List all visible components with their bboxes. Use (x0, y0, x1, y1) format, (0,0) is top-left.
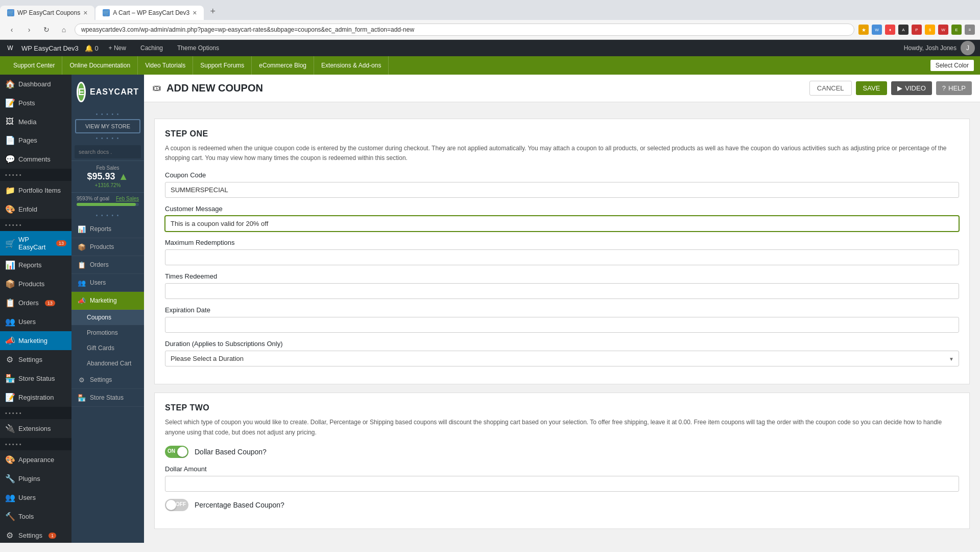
form-wrap: STEP ONE A coupon is redeemed when the u… (144, 110, 980, 543)
expiration-date-input[interactable] (165, 317, 959, 333)
wp-menu-dashboard[interactable]: 🏠 Dashboard (0, 75, 71, 94)
online-docs-link[interactable]: Online Documentation (62, 56, 138, 75)
easycart-logo-area: E EASYCART (71, 75, 144, 109)
extensions-link[interactable]: Extensions & Add-ons (314, 56, 389, 75)
ec-nav-products[interactable]: 📦 Products (71, 238, 144, 256)
wp-menu-settings[interactable]: ⚙ Settings (0, 350, 71, 369)
ec-nav-store-status[interactable]: 🏪 Store Status (71, 389, 144, 407)
video-button[interactable]: ▶ VIDEO (891, 81, 931, 95)
home-button[interactable]: ⌂ (57, 23, 70, 36)
ext-icon-4[interactable]: P (912, 25, 922, 35)
notification-count[interactable]: 🔔 0 (85, 44, 99, 52)
wp-menu-easycart[interactable]: 🛒 WP EasyCart 13 (0, 231, 71, 256)
coupon-code-input[interactable] (165, 182, 959, 198)
wp-menu-posts[interactable]: 📝 Posts (0, 94, 71, 112)
browser-tab-2[interactable]: 🛒 A Cart – WP EasyCart Dev3 × (95, 6, 204, 20)
browser-tab-1[interactable]: 🛒 WP EasyCart Coupons × (0, 6, 94, 20)
ec-nav-settings[interactable]: ⚙ Settings (71, 371, 144, 389)
wp-menu-enfold[interactable]: 🎨 Enfold (0, 200, 71, 219)
ext-icon-7[interactable]: E (951, 25, 962, 35)
sidebar-separator-2: • • • • • (0, 219, 71, 231)
site-name[interactable]: WP EasyCart Dev3 (21, 44, 79, 52)
ext-icon-8[interactable]: ≡ (965, 25, 975, 35)
max-redemptions-input[interactable] (165, 249, 959, 265)
ecommerce-blog-link[interactable]: eCommerce Blog (252, 56, 314, 75)
wp-menu-comments[interactable]: 💬 Comments (0, 150, 71, 169)
ext-icon-3[interactable]: A (898, 25, 909, 35)
ec-sub-promotions[interactable]: Promotions (71, 325, 144, 340)
feb-sales-link[interactable]: Feb Sales (116, 196, 139, 201)
help-button[interactable]: ? HELP (936, 81, 972, 95)
wp-menu-registration[interactable]: 📝 Registration (0, 388, 71, 407)
ec-nav-users[interactable]: 👥 Users (71, 274, 144, 292)
ec-nav-marketing[interactable]: 📣 Marketing (71, 292, 144, 310)
tab-2-close[interactable]: × (193, 9, 197, 17)
ec-nav-orders[interactable]: 📋 Orders (71, 256, 144, 274)
save-button[interactable]: SAVE (856, 81, 888, 95)
forward-button[interactable]: › (22, 23, 36, 36)
wp-menu-users-ec[interactable]: 👥 Users (0, 312, 71, 331)
wp-menu-portfolio[interactable]: 📁 Portfolio Items (0, 181, 71, 200)
wp-menu-wp-settings[interactable]: ⚙ Settings 1 (0, 526, 71, 543)
view-my-store-button[interactable]: VIEW MY STORE (75, 119, 140, 133)
search-docs-input[interactable] (79, 149, 144, 155)
page-title-icon: 🎟 (152, 83, 161, 94)
back-button[interactable]: ‹ (5, 23, 18, 36)
coupon-code-field: Coupon Code (165, 171, 959, 198)
wp-menu-appearance[interactable]: 🎨 Appearance (0, 450, 71, 469)
ec-nav-reports[interactable]: 📊 Reports (71, 220, 144, 238)
ec-sub-abandonedcart[interactable]: Abandoned Cart (71, 356, 144, 371)
refresh-button[interactable]: ↻ (40, 23, 53, 36)
wp-menu-extensions[interactable]: 🔌 Extensions (0, 419, 71, 438)
wp-menu-media[interactable]: 🖼 Media (0, 112, 71, 131)
browser-chrome: 🛒 WP EasyCart Coupons × 🛒 A Cart – WP Ea… (0, 0, 980, 40)
support-center-link[interactable]: Support Center (6, 56, 62, 75)
wp-menu-reports[interactable]: 📊 Reports (0, 256, 71, 274)
bookmark-icon[interactable]: ★ (858, 25, 869, 35)
progress-bar-inner (77, 203, 136, 206)
search-docs-area[interactable]: 🔍 (75, 145, 141, 158)
ext-icon-1[interactable]: W (872, 25, 882, 35)
customer-message-input[interactable] (165, 216, 959, 232)
video-icon: ▶ (897, 84, 902, 92)
ec-sub-giftcards[interactable]: Gift Cards (71, 340, 144, 356)
wp-menu-products[interactable]: 📦 Products (0, 274, 71, 293)
theme-options-link[interactable]: Theme Options (173, 44, 223, 52)
times-redeemed-input[interactable] (165, 283, 959, 299)
marketing-label: Marketing (18, 337, 47, 344)
settings-icon: ⚙ (5, 355, 14, 364)
dollar-toggle[interactable]: ON (165, 446, 188, 458)
dollar-amount-input[interactable] (165, 476, 959, 492)
video-tutorials-link[interactable]: Video Tutorials (138, 56, 193, 75)
ext-icon-5[interactable]: $ (925, 25, 935, 35)
dashboard-label: Dashboard (18, 80, 51, 88)
support-forums-link[interactable]: Support Forums (193, 56, 252, 75)
wp-settings-label: Settings (18, 532, 42, 539)
tab-1-close[interactable]: × (83, 9, 87, 17)
select-color-button[interactable]: Select Color (930, 60, 974, 71)
percentage-toggle[interactable]: OFF (165, 499, 188, 511)
ext-icon-6[interactable]: W (938, 25, 948, 35)
wp-menu-marketing[interactable]: 📣 Marketing (0, 331, 71, 350)
address-bar[interactable]: wpeasycartdev3.com/wp-admin/admin.php?pa… (75, 24, 854, 36)
wp-menu-store-status[interactable]: 🏪 Store Status (0, 369, 71, 388)
new-link[interactable]: + New (105, 44, 130, 52)
cancel-button[interactable]: CANCEL (809, 81, 852, 96)
wp-menu-tools[interactable]: 🔨 Tools (0, 507, 71, 526)
wp-menu-plugins[interactable]: 🔧 Plugins (0, 469, 71, 488)
times-redeemed-label: Times Redeemed (165, 272, 959, 280)
duration-select[interactable]: Please Select a Duration Monthly Yearly … (165, 351, 959, 366)
ext-icon-2[interactable]: ♦ (885, 25, 895, 35)
sales-arrow-icon: ▲ (118, 171, 129, 182)
avatar: J (961, 41, 975, 55)
settings-label: Settings (18, 356, 42, 363)
step-two-label: STEP TWO (165, 403, 959, 412)
caching-link[interactable]: Caching (136, 44, 167, 52)
new-tab-button[interactable]: + (205, 3, 221, 20)
ec-sub-coupons[interactable]: Coupons (71, 310, 144, 325)
wp-menu-pages[interactable]: 📄 Pages (0, 131, 71, 150)
wp-menu-orders[interactable]: 📋 Orders 13 (0, 293, 71, 312)
admin-bar-right: Howdy, Josh Jones J (904, 41, 975, 55)
wp-menu-users[interactable]: 👥 Users (0, 488, 71, 507)
comments-label: Comments (18, 155, 51, 163)
